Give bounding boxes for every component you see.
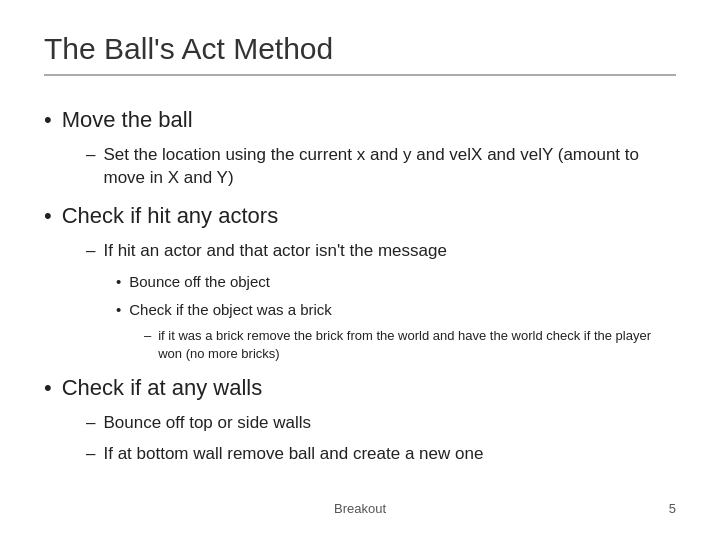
footer-center-text: Breakout	[334, 501, 386, 516]
list-item: • Check if at any walls	[44, 374, 676, 403]
list-item: – If at bottom wall remove ball and crea…	[86, 442, 676, 466]
title-area: The Ball's Act Method	[44, 32, 676, 90]
bullet-dash: –	[144, 327, 151, 345]
list-item: • Check if hit any actors	[44, 202, 676, 231]
bullet-text: If hit an actor and that actor isn't the…	[103, 239, 446, 263]
list-item: – Set the location using the current x a…	[86, 143, 676, 191]
list-item: • Check if the object was a brick	[116, 299, 676, 320]
list-item: • Bounce off the object	[116, 271, 676, 292]
bullet-text: if it was a brick remove the brick from …	[158, 327, 676, 363]
bullet-dash: –	[86, 239, 95, 263]
bullet-dash: –	[86, 411, 95, 435]
bullet-text: Set the location using the current x and…	[103, 143, 676, 191]
bullet-dot: •	[44, 375, 52, 401]
bullet-dot: •	[116, 271, 121, 292]
slide-title: The Ball's Act Method	[44, 32, 676, 76]
slide-footer: Breakout 5	[44, 501, 676, 516]
bullet-text: Move the ball	[62, 106, 193, 135]
list-item: – if it was a brick remove the brick fro…	[144, 327, 676, 363]
bullet-text: Bounce off the object	[129, 271, 270, 292]
bullet-text: Check if hit any actors	[62, 202, 278, 231]
bullet-dash: –	[86, 143, 95, 167]
bullet-dot: •	[116, 299, 121, 320]
bullet-text: If at bottom wall remove ball and create…	[103, 442, 483, 466]
footer-page-number: 5	[669, 501, 676, 516]
bullet-text: Check if at any walls	[62, 374, 263, 403]
list-item: – Bounce off top or side walls	[86, 411, 676, 435]
bullet-dot: •	[44, 203, 52, 229]
slide: The Ball's Act Method • Move the ball – …	[0, 0, 720, 540]
bullet-text: Check if the object was a brick	[129, 299, 332, 320]
slide-content: • Move the ball – Set the location using…	[44, 100, 676, 493]
bullet-dash: –	[86, 442, 95, 466]
list-item: • Move the ball	[44, 106, 676, 135]
list-item: – If hit an actor and that actor isn't t…	[86, 239, 676, 263]
bullet-text: Bounce off top or side walls	[103, 411, 311, 435]
bullet-dot: •	[44, 107, 52, 133]
